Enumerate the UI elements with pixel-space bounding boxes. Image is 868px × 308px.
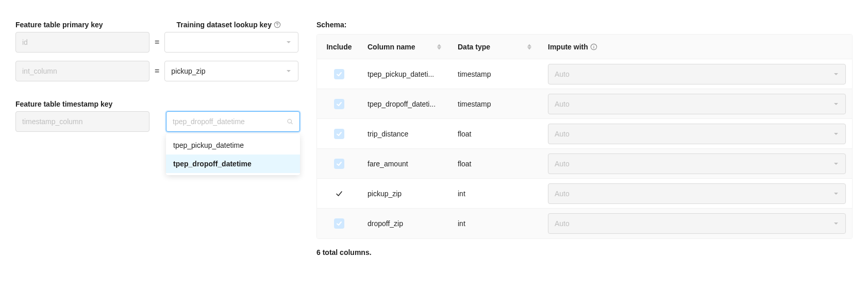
impute-select[interactable]: Auto (548, 183, 846, 204)
cell-data-type: timestamp (452, 100, 542, 108)
help-icon (274, 21, 281, 28)
impute-select[interactable]: Auto (548, 153, 846, 174)
cell-column-name: pickup_zip (361, 190, 452, 198)
cell-column-name: dropoff_zip (361, 219, 452, 228)
chevron-down-icon (286, 68, 292, 74)
lookup-key-select-0[interactable] (164, 32, 298, 53)
impute-select[interactable]: Auto (548, 213, 846, 234)
timestamp-key-label: Feature table timestamp key (15, 100, 304, 108)
cell-data-type: float (452, 130, 542, 138)
timestamp-search-input[interactable] (173, 117, 287, 126)
sort-icon (437, 44, 441, 50)
cell-data-type: int (452, 190, 542, 198)
chevron-down-icon (833, 71, 839, 77)
cell-data-type: float (452, 160, 542, 168)
include-checkbox[interactable] (334, 69, 344, 79)
cell-column-name: tpep_pickup_dateti... (361, 70, 452, 78)
table-row: tpep_dropoff_dateti...timestampAuto (317, 89, 852, 119)
header-include: Include (317, 43, 361, 51)
search-icon (287, 118, 293, 125)
svg-point-6 (593, 45, 594, 45)
chevron-down-icon (833, 161, 839, 167)
primary-key-input-0: id (15, 32, 149, 53)
svg-line-3 (291, 123, 292, 124)
table-header: Include Column name Data type (317, 35, 852, 59)
table-row: fare_amountfloatAuto (317, 149, 852, 179)
chevron-down-icon (833, 101, 839, 107)
svg-point-2 (288, 119, 291, 123)
chevron-down-icon (833, 131, 839, 137)
primary-key-label: Feature table primary key (15, 21, 143, 29)
cell-column-name: tpep_dropoff_dateti... (361, 100, 452, 108)
key-mapping-row: int_column = pickup_zip (15, 61, 304, 81)
table-row: pickup_zipintAuto (317, 179, 852, 209)
include-checkbox[interactable] (334, 99, 344, 109)
include-checkbox[interactable] (334, 159, 344, 169)
include-checkbox[interactable] (334, 218, 344, 229)
dropdown-option[interactable]: tpep_dropoff_datetime (166, 155, 300, 173)
key-mapping-row: id = (15, 32, 304, 53)
primary-key-input-1: int_column (15, 61, 149, 81)
table-row: tpep_pickup_dateti...timestampAuto (317, 59, 852, 89)
equals-sign: = (155, 38, 159, 47)
schema-panel: Schema: Include Column name Data type (316, 21, 853, 256)
header-data-type[interactable]: Data type (452, 43, 542, 51)
dropdown-option[interactable]: tpep_pickup_datetime (166, 136, 300, 155)
header-column-name[interactable]: Column name (361, 43, 452, 51)
timestamp-lookup-search[interactable] (166, 111, 300, 132)
info-icon (590, 43, 597, 50)
svg-point-1 (277, 26, 277, 26)
equals-sign: = (155, 66, 159, 76)
cell-data-type: timestamp (452, 70, 542, 78)
include-checkmark[interactable] (335, 190, 343, 198)
table-row: dropoff_zipintAuto (317, 209, 852, 238)
header-impute-with: Impute with (542, 43, 852, 51)
cell-data-type: int (452, 219, 542, 228)
impute-select[interactable]: Auto (548, 124, 846, 144)
cell-column-name: fare_amount (361, 160, 452, 168)
chevron-down-icon (833, 191, 839, 197)
table-footer: 6 total columns. (316, 248, 853, 256)
schema-title: Schema: (316, 21, 853, 29)
cell-column-name: trip_distance (361, 130, 452, 138)
impute-select[interactable]: Auto (548, 94, 846, 114)
include-checkbox[interactable] (334, 129, 344, 139)
impute-select[interactable]: Auto (548, 64, 846, 84)
lookup-key-label: Training dataset lookup key (177, 21, 304, 29)
table-row: trip_distancefloatAuto (317, 119, 852, 149)
timestamp-dropdown: tpep_pickup_datetimetpep_dropoff_datetim… (166, 134, 300, 175)
timestamp-key-input: timestamp_column (15, 111, 149, 132)
feature-key-panel: Feature table primary key Training datas… (15, 21, 304, 256)
chevron-down-icon (286, 39, 292, 45)
sort-icon (527, 44, 531, 50)
chevron-down-icon (833, 220, 839, 227)
schema-table: Include Column name Data type (316, 34, 853, 239)
lookup-key-select-1[interactable]: pickup_zip (164, 61, 298, 81)
